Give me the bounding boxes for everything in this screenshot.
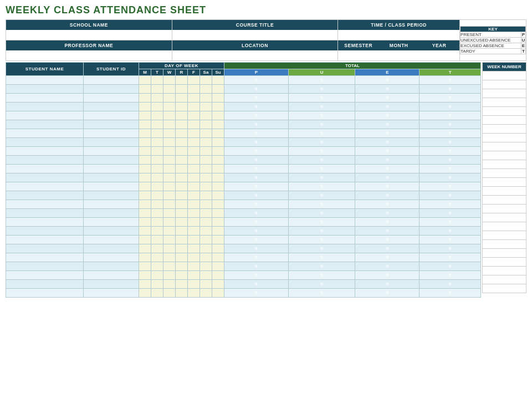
week-number-value[interactable] (482, 284, 526, 293)
day-cell[interactable] (151, 129, 163, 138)
student-id-cell[interactable] (84, 200, 139, 209)
day-cell[interactable] (200, 129, 212, 138)
day-cell[interactable] (212, 200, 224, 209)
day-cell[interactable] (200, 147, 212, 156)
student-name-cell[interactable] (6, 280, 84, 289)
day-cell[interactable] (163, 236, 176, 244)
day-cell[interactable] (139, 289, 151, 298)
day-cell[interactable] (151, 182, 163, 191)
day-cell[interactable] (212, 129, 224, 138)
day-cell[interactable] (188, 244, 200, 253)
student-id-cell[interactable] (84, 103, 139, 111)
day-cell[interactable] (163, 289, 176, 298)
student-id-cell[interactable] (84, 218, 139, 227)
day-cell[interactable] (200, 236, 212, 244)
day-cell[interactable] (212, 111, 224, 120)
day-cell[interactable] (176, 129, 188, 138)
day-cell[interactable] (200, 227, 212, 236)
day-cell[interactable] (200, 244, 212, 253)
student-id-cell[interactable] (84, 147, 139, 156)
day-cell[interactable] (188, 147, 200, 156)
day-cell[interactable] (188, 111, 200, 120)
day-cell[interactable] (200, 103, 212, 111)
week-number-value[interactable] (482, 267, 526, 275)
student-name-cell[interactable] (6, 129, 84, 138)
student-id-cell[interactable] (84, 289, 139, 298)
day-cell[interactable] (212, 227, 224, 236)
day-cell[interactable] (212, 85, 224, 94)
day-cell[interactable] (163, 191, 176, 200)
week-number-value[interactable] (482, 222, 526, 231)
day-cell[interactable] (139, 236, 151, 244)
day-cell[interactable] (163, 209, 176, 218)
table-row[interactable]: 0000 (6, 218, 481, 227)
day-cell[interactable] (188, 103, 200, 111)
day-cell[interactable] (139, 280, 151, 289)
week-number-value[interactable] (482, 205, 526, 213)
table-row[interactable]: 0000 (6, 236, 481, 244)
day-cell[interactable] (151, 253, 163, 262)
day-cell[interactable] (200, 262, 212, 271)
day-cell[interactable] (212, 120, 224, 129)
day-cell[interactable] (139, 244, 151, 253)
student-name-cell[interactable] (6, 147, 84, 156)
student-id-cell[interactable] (84, 111, 139, 120)
table-row[interactable]: 0000 (6, 85, 481, 94)
day-cell[interactable] (139, 218, 151, 227)
day-cell[interactable] (151, 173, 163, 182)
day-cell[interactable] (188, 129, 200, 138)
student-name-cell[interactable] (6, 200, 84, 209)
day-cell[interactable] (212, 138, 224, 147)
day-cell[interactable] (139, 209, 151, 218)
student-id-cell[interactable] (84, 262, 139, 271)
week-number-value[interactable] (482, 240, 526, 249)
day-cell[interactable] (139, 120, 151, 129)
week-number-value[interactable] (482, 134, 526, 142)
day-cell[interactable] (151, 244, 163, 253)
day-cell[interactable] (139, 200, 151, 209)
student-name-cell[interactable] (6, 191, 84, 200)
day-cell[interactable] (200, 218, 212, 227)
day-cell[interactable] (176, 209, 188, 218)
day-cell[interactable] (188, 191, 200, 200)
day-cell[interactable] (188, 165, 200, 173)
table-row[interactable]: 0000 (6, 76, 481, 85)
day-cell[interactable] (176, 218, 188, 227)
student-id-cell[interactable] (84, 236, 139, 244)
day-cell[interactable] (163, 280, 176, 289)
day-cell[interactable] (188, 271, 200, 280)
student-id-cell[interactable] (84, 182, 139, 191)
day-cell[interactable] (188, 236, 200, 244)
day-cell[interactable] (200, 138, 212, 147)
table-row[interactable]: 0000 (6, 289, 481, 298)
day-cell[interactable] (176, 262, 188, 271)
table-row[interactable]: 0000 (6, 191, 481, 200)
day-cell[interactable] (188, 218, 200, 227)
day-cell[interactable] (163, 85, 176, 94)
table-row[interactable]: 0000 (6, 156, 481, 165)
day-cell[interactable] (212, 156, 224, 165)
day-cell[interactable] (188, 289, 200, 298)
day-cell[interactable] (163, 76, 176, 85)
day-cell[interactable] (200, 191, 212, 200)
table-row[interactable]: 0000 (6, 103, 481, 111)
day-cell[interactable] (151, 236, 163, 244)
day-cell[interactable] (163, 253, 176, 262)
table-row[interactable]: 0000 (6, 111, 481, 120)
day-cell[interactable] (151, 165, 163, 173)
day-cell[interactable] (188, 227, 200, 236)
day-cell[interactable] (188, 138, 200, 147)
day-cell[interactable] (212, 271, 224, 280)
day-cell[interactable] (200, 182, 212, 191)
day-cell[interactable] (163, 147, 176, 156)
week-number-value[interactable] (482, 169, 526, 178)
table-row[interactable]: 0000 (6, 262, 481, 271)
day-cell[interactable] (139, 253, 151, 262)
student-name-cell[interactable] (6, 103, 84, 111)
student-id-cell[interactable] (84, 227, 139, 236)
week-number-value[interactable] (482, 160, 526, 169)
student-name-cell[interactable] (6, 156, 84, 165)
day-cell[interactable] (163, 244, 176, 253)
student-name-cell[interactable] (6, 120, 84, 129)
day-cell[interactable] (200, 165, 212, 173)
